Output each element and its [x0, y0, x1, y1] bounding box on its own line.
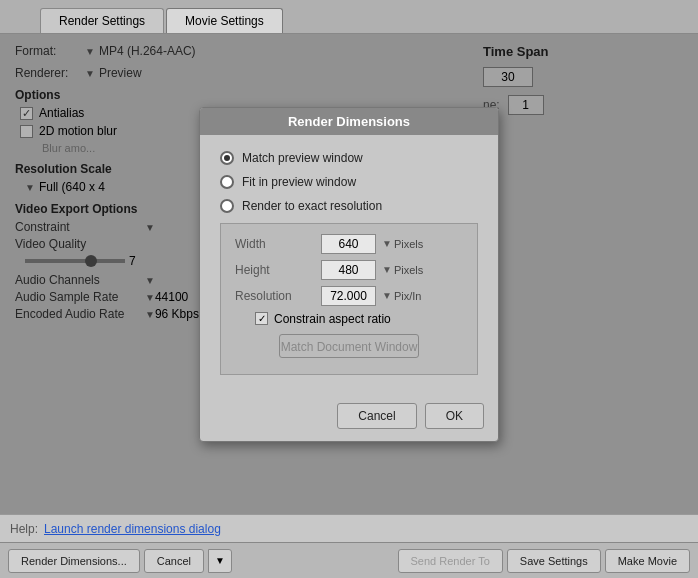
content-area: Format: ▼ MP4 (H.264-AAC) Renderer: ▼ Pr…	[0, 33, 698, 514]
constrain-row: ✓ Constrain aspect ratio	[235, 312, 463, 326]
height-row: Height ▼ Pixels	[235, 260, 463, 280]
main-window: Render Settings Movie Settings Format: ▼…	[0, 0, 698, 578]
tab-render-settings[interactable]: Render Settings	[40, 8, 164, 33]
height-unit: ▼ Pixels	[382, 264, 423, 276]
width-label: Width	[235, 237, 315, 251]
save-settings-btn[interactable]: Save Settings	[507, 549, 601, 573]
render-dimensions-dialog: Render Dimensions Match preview window F…	[199, 107, 499, 442]
resolution-label: Resolution	[235, 289, 315, 303]
help-link[interactable]: Launch render dimensions dialog	[44, 522, 221, 536]
dialog-cancel-btn[interactable]: Cancel	[337, 403, 416, 429]
radio-fit-preview-label: Fit in preview window	[242, 175, 356, 189]
dialog-body: Match preview window Fit in preview wind…	[200, 135, 498, 395]
send-render-to-btn: Send Render To	[398, 549, 503, 573]
radio-match-preview-input[interactable]	[220, 151, 234, 165]
resolution-unit-dropdown-icon: ▼	[382, 290, 392, 301]
dialog-titlebar: Render Dimensions	[200, 108, 498, 135]
radio-match-preview: Match preview window	[220, 151, 478, 165]
bottom-toolbar: Render Dimensions... Cancel ▼ Send Rende…	[0, 542, 698, 578]
radio-fit-preview: Fit in preview window	[220, 175, 478, 189]
radio-exact-resolution-label: Render to exact resolution	[242, 199, 382, 213]
constrain-checkbox[interactable]: ✓	[255, 312, 268, 325]
height-unit-dropdown-icon: ▼	[382, 264, 392, 275]
resolution-input[interactable]	[321, 286, 376, 306]
radio-exact-resolution: Render to exact resolution	[220, 199, 478, 213]
radio-fit-preview-input[interactable]	[220, 175, 234, 189]
radio-exact-resolution-input[interactable]	[220, 199, 234, 213]
resolution-row: Resolution ▼ Pix/In	[235, 286, 463, 306]
render-dimensions-btn[interactable]: Render Dimensions...	[8, 549, 140, 573]
dialog-footer: Cancel OK	[200, 395, 498, 441]
constrain-label: Constrain aspect ratio	[274, 312, 391, 326]
match-document-btn: Match Document Window	[279, 334, 419, 358]
height-label: Height	[235, 263, 315, 277]
help-bar: Help: Launch render dimensions dialog	[0, 514, 698, 542]
tab-bar: Render Settings Movie Settings	[0, 0, 698, 33]
cancel-btn[interactable]: Cancel	[144, 549, 204, 573]
width-unit-dropdown-icon: ▼	[382, 238, 392, 249]
width-input[interactable]	[321, 234, 376, 254]
cancel-dropdown-btn[interactable]: ▼	[208, 549, 232, 573]
radio-match-preview-label: Match preview window	[242, 151, 363, 165]
tab-movie-settings[interactable]: Movie Settings	[166, 8, 283, 33]
width-unit: ▼ Pixels	[382, 238, 423, 250]
dimensions-section: Width ▼ Pixels Height ▼	[220, 223, 478, 375]
resolution-unit: ▼ Pix/In	[382, 290, 421, 302]
height-input[interactable]	[321, 260, 376, 280]
help-label: Help:	[10, 522, 38, 536]
modal-overlay: Render Dimensions Match preview window F…	[0, 34, 698, 514]
make-movie-btn[interactable]: Make Movie	[605, 549, 690, 573]
width-row: Width ▼ Pixels	[235, 234, 463, 254]
dialog-ok-btn[interactable]: OK	[425, 403, 484, 429]
